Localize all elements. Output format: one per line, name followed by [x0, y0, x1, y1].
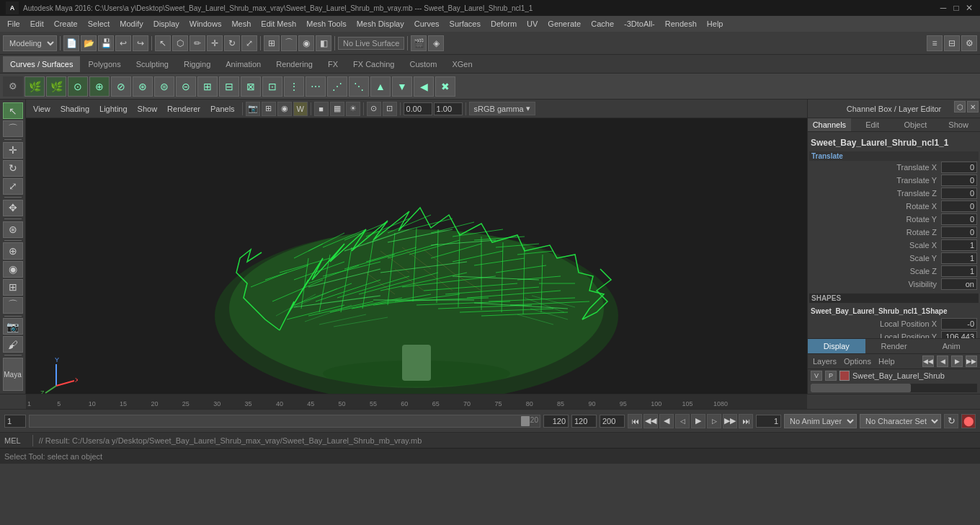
value-rotate-y[interactable]: 0 — [941, 213, 977, 225]
move-button[interactable]: ✛ — [3, 142, 23, 159]
lasso-tool-button[interactable]: ⬡ — [172, 35, 188, 51]
script-mode-label[interactable]: MEL — [4, 436, 21, 445]
goto-start-button[interactable]: ⏮ — [628, 414, 642, 428]
vp-grid-button[interactable]: ⊞ — [262, 102, 276, 116]
menu-windows[interactable]: Windows — [185, 18, 226, 30]
shelf-xgen-icon-13[interactable]: ⋮ — [284, 76, 304, 97]
value-rotate-x[interactable]: 0 — [941, 200, 977, 212]
undo-button[interactable]: ↩ — [115, 35, 131, 51]
vp-menu-renderer[interactable]: Renderer — [163, 103, 205, 115]
shelf-xgen-icon-14[interactable]: ⋯ — [306, 76, 326, 97]
shelf-xgen-icon-2[interactable]: 🌿 — [46, 76, 66, 97]
viewport-canvas[interactable]: persp Y X Z — [26, 118, 807, 394]
menu-3dtoall[interactable]: -3DtoAll- — [620, 18, 659, 30]
max-frame-input[interactable] — [571, 415, 597, 428]
shelf-xgen-icon-19[interactable]: ◀ — [414, 76, 434, 97]
range-val-input[interactable] — [600, 415, 625, 428]
menu-create[interactable]: Create — [50, 18, 82, 30]
rotate-button[interactable]: ↻ — [3, 160, 23, 177]
shelf-xgen-icon-20[interactable]: ✖ — [435, 76, 455, 97]
value-scale-x[interactable]: 1 — [941, 239, 977, 251]
shelf-xgen-icon-15[interactable]: ⋰ — [327, 76, 347, 97]
vp-menu-show[interactable]: Show — [133, 103, 162, 115]
menu-deform[interactable]: Deform — [486, 18, 521, 30]
snap-surface-button[interactable]: ◧ — [316, 35, 331, 51]
near-clip-input[interactable] — [404, 102, 432, 115]
vp-wire-button[interactable]: W — [293, 102, 308, 116]
menu-uv[interactable]: UV — [522, 18, 542, 30]
shelf-xgen-icon-1[interactable]: 🌿 — [24, 76, 45, 97]
paint-tool-button[interactable]: ✏ — [190, 35, 205, 51]
next-frame-button[interactable]: ▷ — [707, 414, 721, 428]
btab-anim[interactable]: Anim — [922, 339, 980, 353]
range-end-input[interactable] — [543, 415, 569, 428]
layers-nav-next-button[interactable]: ▶ — [951, 356, 963, 367]
select-mode-button[interactable]: ↖ — [3, 102, 23, 119]
shelf-settings-button[interactable]: ⚙ — [3, 76, 23, 97]
soft-select-button[interactable]: ⊛ — [3, 221, 23, 238]
range-start-input[interactable]: 1 — [4, 415, 26, 428]
menu-display[interactable]: Display — [149, 18, 184, 30]
tab-xgen[interactable]: XGen — [445, 56, 479, 72]
save-file-button[interactable]: 💾 — [98, 35, 114, 51]
shelf-xgen-icon-17[interactable]: ▲ — [370, 76, 391, 97]
tab-rendering[interactable]: Rendering — [269, 56, 320, 72]
render-button[interactable]: 🎬 — [411, 35, 427, 51]
universal-manip-button[interactable]: ✥ — [3, 200, 23, 216]
layers-nav-prev2-button[interactable]: ◀ — [937, 356, 948, 367]
shelf-xgen-icon-5[interactable]: ⊘ — [111, 76, 131, 97]
vp-shaded-button[interactable]: ■ — [314, 102, 329, 116]
tab-fx[interactable]: FX — [321, 56, 345, 72]
value-translate-x[interactable]: 0 — [941, 162, 977, 173]
color-profile-dropdown[interactable]: sRGB gamma ▾ — [469, 102, 535, 115]
btab-render[interactable]: Render — [865, 339, 923, 353]
menu-edit[interactable]: Edit — [26, 18, 48, 30]
snap-curve-lt-button[interactable]: ⌒ — [3, 297, 23, 314]
vp-menu-lighting[interactable]: Lighting — [95, 103, 132, 115]
vp-snap-button[interactable]: ◉ — [277, 102, 292, 116]
help-menu-item[interactable]: Help — [876, 356, 897, 366]
show-manip-button[interactable]: ⊕ — [3, 242, 23, 259]
value-translate-y[interactable]: 0 — [941, 175, 977, 186]
menu-generate[interactable]: Generate — [543, 18, 585, 30]
tab-curves-surfaces[interactable]: Curves / Surfaces — [3, 56, 80, 72]
shelf-xgen-icon-16[interactable]: ⋱ — [349, 76, 369, 97]
value-translate-z[interactable]: 0 — [941, 188, 977, 199]
vp-menu-shading[interactable]: Shading — [56, 103, 94, 115]
layer-color-swatch[interactable] — [839, 371, 850, 381]
tab-show[interactable]: Show — [937, 118, 980, 131]
time-range-slider[interactable]: 120 — [29, 415, 540, 428]
menu-surfaces[interactable]: Surfaces — [445, 18, 485, 30]
shelf-xgen-icon-9[interactable]: ⊞ — [197, 76, 218, 97]
anim-layer-select[interactable]: No Anim Layer — [784, 414, 857, 428]
snap-point-button[interactable]: ◉ — [298, 35, 314, 51]
menu-mesh[interactable]: Mesh — [227, 18, 255, 30]
value-visibility[interactable]: on — [941, 278, 977, 290]
shelf-xgen-icon-3[interactable]: ⊙ — [68, 76, 88, 97]
character-set-select[interactable]: No Character Set — [860, 414, 941, 428]
play-rev-button[interactable]: ◁ — [675, 414, 690, 428]
minimize-button[interactable]: ─ — [938, 3, 948, 13]
layers-menu-item[interactable]: Layers — [811, 356, 839, 366]
rotate-tool-button[interactable]: ↻ — [224, 35, 240, 51]
shelf-xgen-icon-4[interactable]: ⊕ — [89, 76, 110, 97]
goto-end-button[interactable]: ⏭ — [739, 414, 753, 428]
vp-menu-panels[interactable]: Panels — [206, 103, 239, 115]
mode-dropdown[interactable]: Modeling — [3, 35, 57, 51]
panel-close-button[interactable]: ✕ — [967, 101, 979, 112]
play-forward-button[interactable]: ▶ — [691, 414, 705, 428]
channel-box-toggle[interactable]: ≡ — [927, 35, 943, 51]
panel-expand-button[interactable]: ⬡ — [954, 101, 966, 112]
layers-nav-next2-button[interactable]: ▶▶ — [966, 356, 977, 367]
tab-edit[interactable]: Edit — [851, 118, 894, 131]
menu-curves[interactable]: Curves — [410, 18, 444, 30]
shelf-xgen-icon-18[interactable]: ▼ — [392, 76, 412, 97]
vp-menu-view[interactable]: View — [29, 103, 55, 115]
ipr-button[interactable]: ◈ — [428, 35, 444, 51]
tool-settings-toggle[interactable]: ⚙ — [961, 35, 977, 51]
layer-playback-button[interactable]: P — [825, 371, 837, 381]
tab-rigging[interactable]: Rigging — [177, 56, 218, 72]
camera-tool-button[interactable]: 📷 — [3, 318, 23, 335]
menu-help[interactable]: Help — [703, 18, 728, 30]
vp-light-button[interactable]: ☀ — [346, 102, 360, 116]
